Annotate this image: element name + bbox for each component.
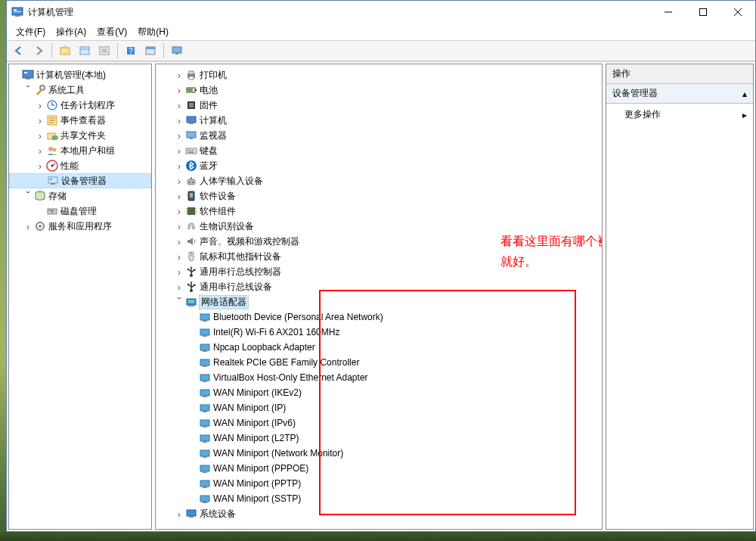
device-category-usb-controllers[interactable]: 通用串行总线控制器: [156, 264, 602, 279]
twisty-icon[interactable]: [35, 100, 45, 111]
network-adapter-item[interactable]: WAN Miniport (SSTP): [156, 491, 602, 506]
nav-pane[interactable]: 计算机管理(本地)系统工具任务计划程序事件查看器共享文件夹本地用户和组性能设备管…: [8, 64, 152, 530]
device-label: WAN Miniport (IP): [213, 403, 286, 413]
device-category-soft-devices[interactable]: 软件设备: [156, 188, 602, 204]
device-category-firmware[interactable]: 固件: [156, 98, 602, 113]
twisty-icon[interactable]: [174, 266, 184, 278]
device-category-mice[interactable]: 鼠标和其他指针设备: [156, 249, 602, 264]
nav-item-services-apps[interactable]: 服务和应用程序: [9, 219, 151, 234]
twisty-icon[interactable]: [174, 70, 184, 81]
up-button[interactable]: [56, 42, 74, 59]
nic-icon: [199, 477, 211, 490]
nav-item-disk-mgmt[interactable]: 磁盘管理: [9, 204, 151, 219]
action-center-button[interactable]: [141, 42, 160, 59]
minimize-button[interactable]: [651, 1, 686, 23]
nav-item-shared-folders[interactable]: 共享文件夹: [9, 128, 151, 143]
twisty-icon[interactable]: [174, 236, 184, 247]
twisty-icon[interactable]: [35, 145, 45, 157]
nav-item-storage[interactable]: 存储: [9, 188, 151, 204]
twisty-icon[interactable]: [174, 85, 184, 96]
close-button[interactable]: [720, 1, 755, 23]
network-adapter-item[interactable]: Npcap Loopback Adapter: [156, 340, 602, 355]
svg-rect-98: [203, 320, 207, 322]
twisty-icon[interactable]: [174, 100, 184, 111]
device-tree-scroll[interactable]: 打印机电池固件计算机监视器键盘蓝牙人体学输入设备软件设备软件组件生物识别设备声音…: [156, 64, 602, 529]
device-category-computer[interactable]: 计算机: [156, 113, 602, 128]
device-category-keyboards[interactable]: 键盘: [156, 143, 602, 158]
device-category-system-devices[interactable]: 系统设备: [156, 506, 602, 521]
network-adapter-item[interactable]: Intel(R) Wi-Fi 6 AX201 160MHz: [156, 325, 602, 340]
device-category-network-adapters[interactable]: 网络适配器: [156, 294, 602, 309]
nic-icon: [199, 417, 211, 429]
network-adapter-item[interactable]: WAN Miniport (Network Monitor): [156, 446, 602, 461]
window-title: 计算机管理: [28, 6, 651, 19]
device-label: 键盘: [200, 145, 218, 157]
nav-item-performance[interactable]: 性能: [9, 158, 151, 173]
nav-item-root[interactable]: 计算机管理(本地): [9, 67, 151, 82]
twisty-icon[interactable]: [174, 221, 184, 232]
monitor-button[interactable]: [168, 42, 186, 59]
twisty-icon[interactable]: [174, 296, 184, 308]
back-button[interactable]: [10, 42, 28, 59]
nav-item-local-users[interactable]: 本地用户和组: [9, 143, 151, 158]
menu-file[interactable]: 文件(F): [16, 26, 45, 39]
network-adapter-item[interactable]: WAN Miniport (IP): [156, 400, 602, 415]
device-category-batteries[interactable]: 电池: [156, 82, 602, 98]
svg-rect-122: [203, 502, 207, 503]
twisty-icon[interactable]: [174, 206, 184, 217]
twisty-icon[interactable]: [35, 160, 45, 172]
device-category-soft-components[interactable]: 软件组件: [156, 204, 602, 219]
network-adapter-item[interactable]: WAN Miniport (PPTP): [156, 476, 602, 491]
nav-item-task-scheduler[interactable]: 任务计划程序: [9, 98, 151, 113]
nav-item-event-viewer[interactable]: 事件查看器: [9, 113, 151, 128]
twisty-icon[interactable]: [174, 251, 184, 263]
nav-item-system-tools[interactable]: 系统工具: [9, 82, 151, 98]
menu-action[interactable]: 操作(A): [56, 26, 86, 39]
twisty-icon[interactable]: [35, 115, 45, 126]
menu-help[interactable]: 帮助(H): [138, 26, 169, 39]
device-category-hid[interactable]: 人体学输入设备: [156, 173, 602, 188]
twisty-icon[interactable]: [23, 190, 33, 202]
soft-icon: [185, 190, 197, 202]
network-adapter-item[interactable]: WAN Miniport (IKEv2): [156, 385, 602, 400]
twisty-icon[interactable]: [23, 221, 33, 232]
list-button[interactable]: [95, 42, 113, 59]
actions-more[interactable]: 更多操作 ▸: [606, 104, 753, 126]
services-icon: [34, 220, 46, 232]
nav-item-device-manager[interactable]: 设备管理器: [9, 173, 151, 188]
network-adapter-item[interactable]: WAN Miniport (L2TP): [156, 431, 602, 446]
svg-rect-56: [189, 103, 194, 107]
device-category-printers[interactable]: 打印机: [156, 67, 602, 82]
device-category-biometric[interactable]: 生物识别设备: [156, 219, 602, 234]
properties-button[interactable]: [76, 42, 94, 59]
forward-button[interactable]: [29, 42, 48, 59]
menu-view[interactable]: 查看(V): [97, 26, 127, 39]
twisty-icon[interactable]: [174, 145, 184, 157]
network-adapter-item[interactable]: Bluetooth Device (Personal Area Network): [156, 309, 602, 325]
svg-rect-50: [189, 71, 194, 74]
device-category-sound[interactable]: 声音、视频和游戏控制器: [156, 234, 602, 249]
titlebar[interactable]: 计算机管理: [7, 1, 755, 23]
nav-label: 磁盘管理: [60, 205, 97, 218]
twisty-icon[interactable]: [23, 84, 33, 96]
twisty-icon[interactable]: [174, 176, 184, 187]
network-adapter-item[interactable]: Realtek PCIe GBE Family Controller: [156, 355, 602, 370]
twisty-icon[interactable]: [174, 160, 184, 172]
network-adapter-item[interactable]: VirtualBox Host-Only Ethernet Adapter: [156, 370, 602, 385]
twisty-icon[interactable]: [35, 130, 45, 141]
actions-section[interactable]: 设备管理器 ▴: [606, 84, 753, 104]
device-category-usb-devices[interactable]: 通用串行总线设备: [156, 279, 602, 294]
device-category-monitors[interactable]: 监视器: [156, 128, 602, 143]
twisty-icon[interactable]: [174, 130, 184, 141]
maximize-button[interactable]: [686, 1, 720, 23]
nic-icon: [199, 432, 211, 444]
twisty-icon[interactable]: [174, 281, 184, 293]
device-category-bluetooth[interactable]: 蓝牙: [156, 158, 602, 173]
network-adapter-item[interactable]: WAN Miniport (IPv6): [156, 415, 602, 431]
help-button[interactable]: ?: [122, 42, 140, 59]
twisty-icon[interactable]: [174, 191, 184, 202]
twisty-icon[interactable]: [174, 508, 184, 520]
svg-rect-51: [189, 76, 194, 79]
twisty-icon[interactable]: [174, 115, 184, 126]
network-adapter-item[interactable]: WAN Miniport (PPPOE): [156, 461, 602, 476]
